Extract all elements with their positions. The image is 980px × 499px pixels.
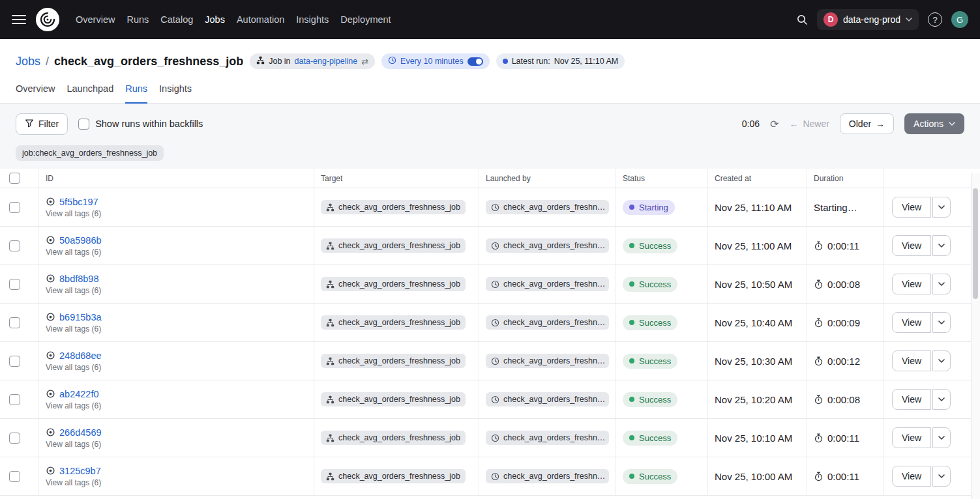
actions-button[interactable]: Actions (904, 113, 964, 134)
target-tag[interactable]: check_avg_orders_freshness_job (321, 315, 466, 330)
refresh-icon[interactable]: ⟳ (770, 118, 779, 130)
view-all-tags-link[interactable]: View all tags (6) (46, 478, 101, 487)
view-run-dropdown-button[interactable] (932, 197, 951, 218)
select-all-checkbox[interactable] (9, 173, 20, 184)
view-run-button[interactable]: View (892, 274, 931, 294)
tab-insights[interactable]: Insights (159, 83, 192, 103)
target-tag[interactable]: check_avg_orders_freshness_job (321, 354, 466, 368)
target-tag[interactable]: check_avg_orders_freshness_job (321, 392, 466, 406)
target-tag[interactable]: check_avg_orders_freshness_job (321, 200, 466, 214)
row-checkbox[interactable] (9, 471, 20, 482)
launched-by-tag[interactable]: check_avg_orders_freshn… (486, 354, 609, 368)
view-all-tags-link[interactable]: View all tags (6) (46, 401, 101, 410)
run-id-link[interactable]: 3125c9b7 (59, 466, 101, 476)
view-run-button[interactable]: View (892, 427, 931, 448)
target-tag[interactable]: check_avg_orders_freshness_job (321, 469, 466, 483)
view-all-tags-link[interactable]: View all tags (6) (46, 440, 101, 449)
status-label: Starting (639, 203, 668, 212)
status-dot-icon (629, 281, 634, 287)
launched-by-tag[interactable]: check_avg_orders_freshn… (486, 200, 609, 214)
column-header-target: Target (314, 169, 479, 188)
run-id-link[interactable]: 248d68ee (59, 350, 102, 361)
run-id-link[interactable]: 5f5bc197 (59, 197, 98, 207)
launched-by-tag[interactable]: check_avg_orders_freshn… (486, 469, 609, 483)
row-checkbox[interactable] (9, 394, 20, 405)
row-checkbox[interactable] (9, 240, 20, 251)
user-avatar[interactable]: G (951, 11, 968, 28)
row-checkbox[interactable] (9, 279, 20, 290)
view-run-dropdown-button[interactable] (932, 312, 951, 333)
tab-launchpad[interactable]: Launchpad (67, 83, 113, 103)
run-id-link[interactable]: 50a5986b (59, 235, 102, 246)
view-run-dropdown-button[interactable] (932, 466, 951, 487)
nav-item-automation[interactable]: Automation (237, 14, 284, 25)
schedule-clock-icon (491, 242, 499, 250)
backfills-checkbox[interactable] (78, 119, 89, 130)
vertical-scrollbar[interactable] (971, 173, 980, 499)
view-run-dropdown-button[interactable] (932, 274, 951, 294)
launched-by-tag[interactable]: check_avg_orders_freshn… (486, 315, 609, 330)
launched-by-tag[interactable]: check_avg_orders_freshn… (486, 392, 609, 406)
topbar-right: D data-eng-prod ? G (796, 9, 968, 30)
launched-by-tag[interactable]: check_avg_orders_freshn… (486, 277, 609, 291)
created-at-value: Nov 25, 10:40 AM (715, 317, 792, 328)
target-tag[interactable]: check_avg_orders_freshness_job (321, 238, 466, 253)
view-run-button[interactable]: View (892, 312, 931, 333)
view-run-dropdown-button[interactable] (932, 389, 951, 410)
duration-value: 0:00:11 (827, 240, 859, 251)
row-checkbox[interactable] (9, 356, 20, 367)
schedule-toggle[interactable] (468, 57, 483, 66)
search-icon[interactable] (796, 14, 808, 25)
row-checkbox[interactable] (9, 202, 20, 213)
row-checkbox[interactable] (9, 433, 20, 444)
view-all-tags-link[interactable]: View all tags (6) (46, 248, 101, 257)
nav-item-jobs[interactable]: Jobs (205, 14, 225, 25)
nav-item-overview[interactable]: Overview (76, 14, 115, 25)
view-run-dropdown-button[interactable] (932, 235, 951, 256)
nav-item-runs[interactable]: Runs (126, 14, 149, 25)
target-tag[interactable]: check_avg_orders_freshness_job (321, 431, 466, 445)
duration-value: 0:00:11 (827, 433, 859, 444)
nav-item-insights[interactable]: Insights (296, 14, 329, 25)
table-row: ab2422f0 View all tags (6) check_avg_ord… (0, 380, 971, 419)
job-tabs: Overview Launchpad Runs Insights (0, 83, 980, 104)
view-all-tags-link[interactable]: View all tags (6) (46, 209, 101, 218)
view-all-tags-link[interactable]: View all tags (6) (46, 286, 101, 295)
view-run-dropdown-button[interactable] (932, 427, 951, 448)
row-checkbox[interactable] (9, 317, 20, 328)
status-label: Success (639, 395, 671, 405)
nav-item-catalog[interactable]: Catalog (160, 14, 193, 25)
job-icon (326, 280, 334, 289)
filter-button[interactable]: Filter (16, 113, 68, 135)
breadcrumb-jobs-link[interactable]: Jobs (16, 55, 40, 68)
deployment-selector[interactable]: D data-eng-prod (817, 9, 919, 30)
job-filter-tag[interactable]: job:check_avg_orders_freshness_job (16, 145, 164, 161)
dagster-logo-icon[interactable] (35, 7, 60, 32)
help-icon[interactable]: ? (928, 12, 942, 27)
view-all-tags-link[interactable]: View all tags (6) (46, 363, 101, 372)
older-button[interactable]: Older → (840, 113, 894, 134)
launched-by-tag[interactable]: check_avg_orders_freshn… (486, 238, 609, 253)
view-all-tags-link[interactable]: View all tags (6) (46, 324, 101, 334)
nav-item-deployment[interactable]: Deployment (340, 14, 391, 25)
scrollbar-thumb[interactable] (973, 188, 978, 299)
status-badge: Success (623, 277, 677, 292)
view-run-button[interactable]: View (892, 235, 931, 256)
view-run-button[interactable]: View (892, 197, 931, 218)
launched-by-tag[interactable]: check_avg_orders_freshn… (486, 431, 609, 445)
tab-runs[interactable]: Runs (125, 83, 147, 103)
target-tag[interactable]: check_avg_orders_freshness_job (321, 277, 466, 291)
view-run-button[interactable]: View (892, 389, 931, 410)
newer-button[interactable]: ← Newer (789, 119, 829, 129)
run-id-link[interactable]: ab2422f0 (59, 389, 98, 399)
tab-overview[interactable]: Overview (16, 83, 55, 103)
view-run-dropdown-button[interactable] (932, 350, 951, 371)
hamburger-menu-icon[interactable] (12, 15, 26, 24)
view-run-button[interactable]: View (892, 350, 931, 371)
pipeline-link[interactable]: data-eng-pipeline (295, 57, 358, 66)
run-id-link[interactable]: 266d4569 (59, 427, 102, 438)
view-run-button[interactable]: View (892, 466, 931, 487)
run-id-link[interactable]: 8bdf8b98 (59, 274, 98, 284)
run-id-link[interactable]: b6915b3a (59, 312, 102, 322)
launched-by-label: check_avg_orders_freshn… (503, 472, 605, 481)
